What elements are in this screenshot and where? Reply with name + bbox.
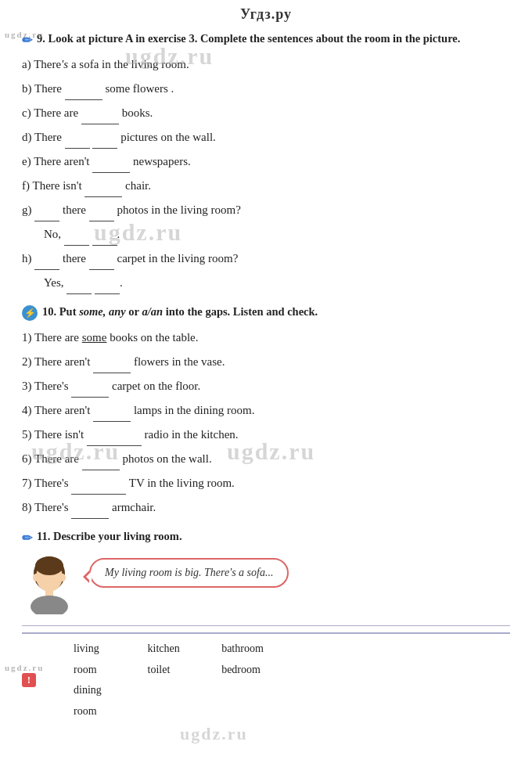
blank-f [84,185,122,197]
blank-10-5 [87,434,142,446]
exercise-11-title: ✏ 11. Describe your living room. [22,530,510,545]
exercise-10-lines: 1) There are some books on the table. 2)… [22,326,510,519]
blank-10-6 [82,458,120,470]
ex9-line-f: f) There isn't chair. [22,174,510,197]
vocab-item-kitchen: kitchen [148,639,191,660]
exercise-11-title-text: 11. Describe your living room. [37,530,182,543]
content-area: ✏ 9. Look at picture A in exercise 3. Co… [0,26,532,739]
blank-d1 [65,136,90,149]
blank-10-4 [93,409,131,422]
ex9-line-a: a) There's a sofa in the living room. [22,52,510,76]
exercise-9-title: ✏ 9. Look at picture A in exercise 3. Co… [22,32,510,48]
vocabulary-section: ! living room dining room kitchen toilet… [22,632,510,723]
ex10-line-7: 7) There's TV in the living room. [22,471,510,495]
exercise-10: ⚡ 10. Put some, any or a/an into the gap… [22,305,510,519]
ex9-line-b: b) There some flowers . [22,77,510,100]
exercise-10-title-text: 10. Put some, any or a/an into the gaps.… [42,305,318,319]
blank-h3 [66,282,92,294]
blank-10-3 [71,385,109,398]
pencil-icon-9: ✏ [22,33,32,48]
ex10-line-6: 6) There are photos on the wall. [22,447,510,470]
pencil-icon-11: ✏ [22,531,32,545]
blank-e [92,160,130,173]
divider [22,625,510,626]
ex9-line-e: e) There aren't newspapers. [22,149,510,173]
vocab-item-living-room: living room [74,639,117,680]
ex9-line-c: c) There are books. [22,101,510,124]
exclamation-icon: ! [22,673,36,687]
vocab-col-1: living room dining room [42,639,117,722]
svg-point-6 [59,574,66,581]
blank-h2 [89,257,114,270]
ex10-line-1: 1) There are some books on the table. [22,326,510,349]
ex9-line-h: h) there carpet in the living room? [22,247,510,270]
svg-point-5 [33,574,39,581]
ex9-line-h-yes: Yes, . [44,271,510,294]
blank-c [81,112,119,124]
exercise-9-lines: a) There's a sofa in the living room. b)… [22,52,510,294]
ex10-line-8: 8) There's armchair. [22,495,510,519]
speech-bubble-section: My living room is big. There's a sofa... [22,552,510,614]
blank-b [65,88,102,100]
exercise-9-title-text: 9. Look at picture A in exercise 3. Comp… [37,32,460,45]
ex10-line-3: 3) There's carpet on the floor. [22,374,510,398]
vocab-col-2: kitchen toilet [117,639,191,722]
ex9-line-g-no: No, . [44,222,510,246]
blank-d2 [92,136,117,149]
speech-bubble: My living room is big. There's a sofa... [89,558,289,588]
ex10-line-5: 5) There isn't radio in the kitchen. [22,423,510,446]
exercise-11: ✏ 11. Describe your living room. [22,530,510,614]
blank-10-8 [71,506,109,519]
blank-10-7 [71,482,126,495]
blank-h4 [95,282,120,294]
word-some: some [82,331,107,344]
blank-10-2 [93,361,131,373]
site-title: Угдз.ру [240,6,292,22]
site-header: Угдз.ру [0,0,532,26]
vocab-item-bedroom: bedroom [221,660,264,681]
page: Угдз.ру ugdz.ru ugdz.ru ugdz.ru ugdz.ru … [0,0,532,774]
vocab-item-toilet: toilet [148,660,191,681]
exercise-9: ✏ 9. Look at picture A in exercise 3. Co… [22,32,510,294]
ex10-line-2: 2) There aren't flowers in the vase. [22,350,510,373]
vocab-header-row: ! living room dining room kitchen toilet… [22,632,510,723]
svg-point-4 [31,596,68,614]
exercise-10-title: ⚡ 10. Put some, any or a/an into the gap… [22,305,510,321]
ex10-line-4: 4) There aren't lamps in the dining room… [22,398,510,422]
blank-g4 [92,233,117,246]
blank-h1 [34,257,59,270]
vocab-col-3: bathroom bedroom [190,639,264,722]
avatar [22,552,77,614]
lightning-icon-10: ⚡ [22,305,38,321]
vocab-row: living room dining room kitchen toilet b… [42,639,264,722]
blank-g3 [64,233,89,246]
ex9-line-d: d) There pictures on the wall. [22,125,510,149]
svg-point-2 [35,556,63,575]
blank-g1 [34,209,59,221]
blank-g2 [89,209,114,221]
speech-bubble-text: My living room is big. There's a sofa... [105,567,273,578]
ex9-line-g: g) there photos in the living room? [22,198,510,221]
vocab-item-dining-room: dining room [74,680,117,722]
vocab-item-bathroom: bathroom [221,639,264,660]
